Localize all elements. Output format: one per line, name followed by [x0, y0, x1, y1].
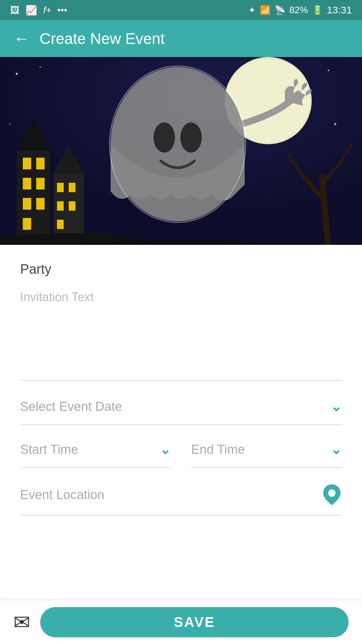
start-time-dropdown[interactable]: Start Time ⌄ — [20, 432, 171, 468]
formula-icon: f+ — [43, 5, 51, 15]
halloween-illustration — [0, 57, 362, 252]
hero-image — [0, 57, 362, 252]
start-time-chevron-icon: ⌄ — [160, 442, 171, 457]
svg-rect-30 — [57, 220, 64, 229]
svg-rect-29 — [69, 201, 75, 211]
status-bar-right-icons: ✦ 📶 📡 82% 🔋 13:31 — [248, 4, 352, 16]
svg-rect-18 — [36, 158, 45, 169]
svg-rect-26 — [57, 183, 64, 192]
status-bar-left-icons: 🖼 📈 f+ ••• — [10, 5, 67, 16]
svg-rect-17 — [23, 158, 31, 169]
select-event-date-dropdown[interactable]: Select Event Date ⌄ — [20, 389, 342, 425]
end-time-label: End Time — [191, 442, 245, 457]
page-title: Create New Event — [40, 30, 165, 48]
start-time-label: Start Time — [20, 442, 78, 457]
event-category-label: Party — [20, 262, 342, 277]
end-time-chevron-icon: ⌄ — [330, 442, 342, 457]
status-bar: 🖼 📈 f+ ••• ✦ 📶 📡 82% 🔋 13:31 — [0, 0, 362, 20]
status-time: 13:31 — [327, 4, 352, 16]
event-location-row[interactable]: Event Location — [20, 475, 342, 516]
chart-icon: 📈 — [25, 5, 37, 16]
svg-point-7 — [9, 123, 11, 125]
signal-icon: 📡 — [275, 5, 285, 15]
location-pin-icon — [323, 484, 341, 505]
save-button[interactable]: SAVE — [40, 607, 349, 637]
top-navigation-bar: ← Create New Event — [0, 20, 362, 57]
svg-rect-28 — [57, 201, 64, 211]
battery-percentage: 82% — [289, 5, 308, 15]
wifi-icon: 📶 — [260, 5, 270, 15]
form-card: Party Select Event Date ⌄ Start Time ⌄ E… — [0, 245, 362, 644]
svg-point-3 — [40, 66, 41, 68]
svg-point-2 — [16, 73, 18, 75]
select-date-label: Select Event Date — [20, 399, 122, 414]
battery-icon: 🔋 — [312, 5, 323, 15]
svg-rect-27 — [69, 183, 75, 192]
svg-point-13 — [154, 122, 175, 153]
svg-rect-19 — [23, 178, 31, 190]
svg-rect-23 — [23, 218, 31, 230]
svg-rect-15 — [17, 151, 50, 245]
svg-point-8 — [334, 123, 336, 125]
svg-rect-22 — [36, 198, 45, 210]
svg-rect-21 — [23, 198, 31, 210]
event-location-label: Event Location — [20, 488, 104, 502]
svg-point-39 — [328, 489, 336, 497]
date-chevron-down-icon: ⌄ — [330, 399, 342, 414]
svg-point-14 — [180, 122, 202, 153]
svg-rect-20 — [36, 178, 45, 190]
bluetooth-icon: ✦ — [248, 5, 256, 15]
more-icon: ••• — [57, 5, 67, 15]
svg-point-5 — [328, 70, 329, 71]
bottom-bar: ✉ SAVE — [0, 600, 362, 644]
end-time-dropdown[interactable]: End Time ⌄ — [191, 432, 342, 468]
invitation-text-input[interactable] — [20, 287, 342, 381]
image-icon: 🖼 — [10, 5, 19, 16]
back-button[interactable]: ← — [13, 31, 29, 47]
mail-icon: ✉ — [13, 610, 30, 634]
time-row: Start Time ⌄ End Time ⌄ — [20, 432, 342, 468]
